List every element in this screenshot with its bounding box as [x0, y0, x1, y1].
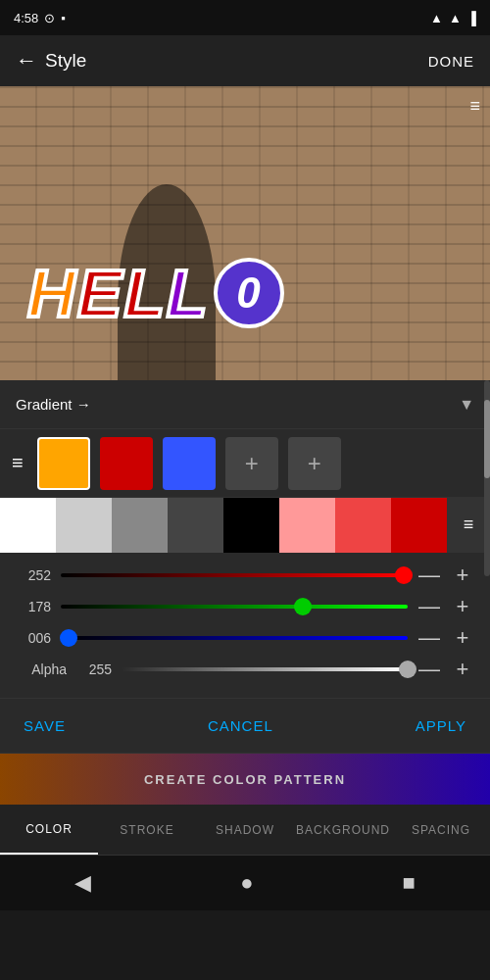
page-title: Style — [45, 50, 86, 72]
apply-button[interactable]: APPLY — [416, 717, 466, 734]
tab-color[interactable]: COLOR — [0, 805, 98, 855]
alpha-plus-button[interactable]: + — [451, 657, 474, 682]
alpha-value: 255 — [76, 662, 112, 677]
palette-mgray[interactable] — [112, 498, 168, 553]
home-nav-icon[interactable]: ● — [240, 870, 253, 896]
letter-l2: L — [167, 256, 210, 330]
alpha-slider-row: Alpha 255 — + — [16, 657, 474, 682]
alpha-minus-button[interactable]: — — [417, 657, 441, 682]
sliders-area: 252 — + 178 — + 006 — + Alpha 255 — + — [0, 553, 490, 699]
swatch-blue[interactable] — [163, 437, 216, 490]
save-button[interactable]: SAVE — [24, 717, 66, 734]
tab-spacing[interactable]: SPACING — [392, 805, 490, 855]
done-button[interactable]: DONE — [428, 53, 474, 70]
palette-white[interactable] — [0, 498, 56, 553]
back-button[interactable]: ← Style — [16, 48, 86, 74]
letter-l1: L — [123, 256, 167, 330]
battery-icon: ▐ — [467, 11, 476, 25]
gradient-label: Gradient → — [16, 396, 91, 413]
circle-icon: ⊙ — [44, 11, 55, 25]
red-slider[interactable] — [61, 573, 408, 577]
status-bar: 4:58 ⊙ ▪ ▲ ▲ ▐ — [0, 0, 490, 35]
green-slider-thumb[interactable] — [294, 598, 312, 615]
letter-e: E — [77, 256, 123, 330]
wifi-icon: ▲ — [430, 11, 443, 25]
top-bar: ← Style DONE — [0, 35, 490, 86]
scroll-indicator — [484, 380, 490, 576]
palette-hamburger-icon: ≡ — [464, 514, 474, 535]
create-color-pattern-label: CREATE COLOR PATTERN — [144, 772, 346, 787]
status-time: 4:58 — [14, 11, 38, 25]
battery-status-icon: ▪ — [61, 11, 66, 25]
palette-black[interactable] — [223, 498, 279, 553]
palette-lgray[interactable] — [56, 498, 112, 553]
alpha-slider-thumb[interactable] — [399, 661, 416, 678]
gradient-row[interactable]: Gradient → ▼ — [0, 380, 490, 429]
palette-row: ≡ — [0, 498, 490, 553]
hello-text: HELL — [27, 255, 210, 331]
back-arrow-icon: ← — [16, 48, 37, 74]
cancel-button[interactable]: CANCEL — [208, 717, 273, 734]
blue-value: 006 — [16, 630, 51, 646]
recents-nav-icon[interactable]: ■ — [403, 870, 416, 896]
palette-dgray[interactable] — [168, 498, 223, 553]
swatch-red[interactable] — [100, 437, 153, 490]
tab-shadow[interactable]: SHADOW — [196, 805, 294, 855]
scroll-thumb[interactable] — [484, 400, 490, 478]
blue-plus-button[interactable]: + — [451, 625, 474, 651]
back-nav-icon[interactable]: ◀ — [74, 870, 91, 896]
red-slider-thumb[interactable] — [395, 566, 413, 584]
gradient-dropdown-icon[interactable]: ▼ — [459, 396, 474, 414]
nav-bar: ◀ ● ■ — [0, 856, 490, 910]
green-slider[interactable] — [61, 605, 408, 609]
brick-background — [0, 86, 490, 380]
hello-text-container: HELL 0 — [27, 255, 284, 331]
red-value: 252 — [16, 567, 51, 583]
palette-lpink[interactable] — [279, 498, 335, 553]
action-buttons: SAVE CANCEL APPLY — [0, 699, 490, 754]
letter-o-circle: 0 — [214, 258, 284, 328]
blue-minus-button[interactable]: — — [417, 625, 441, 651]
create-color-pattern-button[interactable]: CREATE COLOR PATTERN — [0, 754, 490, 805]
tab-background[interactable]: BACKGROUND — [294, 805, 392, 855]
green-slider-row: 178 — + — [16, 594, 474, 619]
tab-stroke[interactable]: STROKE — [98, 805, 196, 855]
swatch-orange[interactable] — [37, 437, 90, 490]
hamburger-icon[interactable]: ≡ — [12, 452, 24, 474]
palette-pink[interactable] — [335, 498, 391, 553]
green-minus-button[interactable]: — — [417, 594, 441, 619]
green-plus-button[interactable]: + — [451, 594, 474, 619]
red-plus-button[interactable]: + — [451, 563, 474, 588]
blue-slider[interactable] — [61, 636, 408, 640]
palette-red[interactable] — [391, 498, 447, 553]
red-minus-button[interactable]: — — [417, 563, 441, 588]
alpha-slider[interactable] — [122, 667, 408, 671]
bottom-tabs: COLOR STROKE SHADOW BACKGROUND SPACING — [0, 805, 490, 856]
canvas-area: HELL 0 ≡ — [0, 86, 490, 380]
swatches-row: ≡ + + — [0, 429, 490, 498]
letter-h: H — [27, 256, 77, 330]
blue-slider-row: 006 — + — [16, 625, 474, 651]
palette-colors — [0, 498, 447, 553]
green-value: 178 — [16, 599, 51, 614]
letter-o: 0 — [236, 269, 260, 318]
red-slider-row: 252 — + — [16, 563, 474, 588]
blue-slider-thumb[interactable] — [60, 629, 77, 647]
swatch-add-button-2[interactable]: + — [288, 437, 341, 490]
alpha-label: Alpha — [16, 662, 67, 677]
swatch-add-button[interactable]: + — [225, 437, 278, 490]
canvas-menu-icon[interactable]: ≡ — [469, 96, 480, 117]
signal-icon: ▲ — [449, 11, 462, 25]
